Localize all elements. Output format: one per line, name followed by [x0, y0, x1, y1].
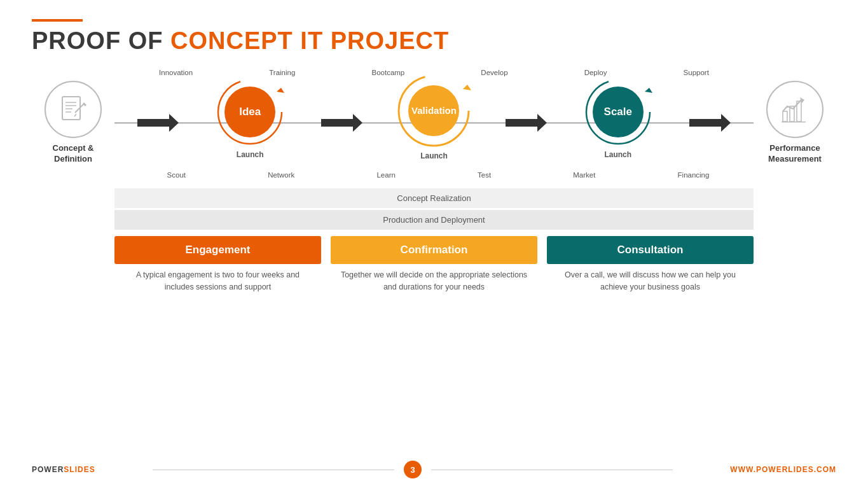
- footer-brand-bold: POWER: [32, 465, 64, 474]
- arrow-3: [506, 114, 547, 132]
- bottom-labels-row: Scout Network Learn Test Market Financin…: [114, 171, 754, 179]
- consultation-body: Over a call, we will discuss how we can …: [547, 269, 754, 294]
- svg-line-7: [74, 114, 76, 116]
- consultation-card: Consultation Over a call, we will discus…: [547, 236, 754, 294]
- page-title: PROOF OF CONCEPT IT PROJECT: [32, 28, 836, 55]
- label-network: Network: [268, 171, 294, 179]
- label-training: Training: [269, 69, 295, 76]
- label-deploy: Deploy: [584, 69, 607, 76]
- top-labels-row: Innovation Training Bootcamp Develop Dep…: [114, 69, 754, 76]
- svg-marker-10: [277, 88, 284, 93]
- svg-point-12: [399, 76, 469, 146]
- confirmation-body: Together we will decide on the appropria…: [331, 269, 537, 294]
- bottom-section: Concept Realization Production and Deplo…: [114, 188, 754, 294]
- svg-marker-14: [506, 114, 547, 132]
- svg-rect-22: [782, 122, 806, 123]
- label-learn: Learn: [376, 171, 395, 179]
- performance-circle: [766, 81, 823, 138]
- concept-circle: [45, 81, 102, 138]
- consultation-header: Consultation: [547, 236, 754, 264]
- confirmation-header: Confirmation: [331, 236, 537, 264]
- label-innovation: Innovation: [159, 69, 193, 76]
- arrow-svg-4: [689, 114, 731, 132]
- footer-website: WWW.POWERLIDES.COM: [730, 465, 836, 474]
- idea-label: Launch: [237, 150, 264, 159]
- engagement-header: Engagement: [114, 236, 321, 264]
- footer-brand-light: SLIDES: [64, 465, 95, 474]
- title-highlight: CONCEPT IT PROJECT: [170, 27, 449, 54]
- idea-stage: Idea Launch: [224, 87, 275, 159]
- svg-point-9: [218, 80, 282, 144]
- realization-bar: Concept Realization: [114, 188, 754, 208]
- svg-marker-17: [689, 114, 731, 132]
- footer: POWERSLIDES 3 WWW.POWERLIDES.COM: [32, 461, 836, 478]
- arrow-svg-2: [321, 114, 362, 132]
- svg-marker-13: [463, 85, 471, 90]
- idea-outer-arc: [216, 78, 284, 146]
- arrow-2: [321, 114, 362, 132]
- title-bar: PROOF OF CONCEPT IT PROJECT: [32, 19, 836, 55]
- footer-line-right: [431, 470, 673, 470]
- confirmation-card: Confirmation Together we will decide on …: [331, 236, 537, 294]
- footer-brand: POWERSLIDES: [32, 465, 95, 474]
- flow-area: Innovation Training Bootcamp Develop Dep…: [114, 61, 754, 185]
- deployment-bar: Production and Deployment: [114, 210, 754, 230]
- label-bootcamp: Bootcamp: [371, 69, 404, 76]
- scale-stage: Scale Launch: [593, 87, 644, 159]
- arrow-1: [137, 114, 179, 132]
- arrow-svg-1: [137, 114, 179, 132]
- svg-point-15: [586, 80, 650, 144]
- label-support: Support: [684, 69, 709, 76]
- label-test: Test: [478, 171, 491, 179]
- label-scout: Scout: [167, 171, 186, 179]
- validation-stage: Validation Launch: [408, 85, 459, 160]
- concept-definition-node: Concept &Definition: [32, 81, 114, 165]
- engagement-body: A typical engagement is two to four week…: [114, 269, 321, 294]
- page: PROOF OF CONCEPT IT PROJECT: [0, 0, 868, 488]
- arrow-svg-3: [506, 114, 547, 132]
- svg-rect-18: [783, 111, 787, 122]
- performance-label: PerformanceMeasurement: [768, 143, 822, 165]
- label-develop: Develop: [481, 69, 507, 76]
- performance-icon: [779, 94, 811, 125]
- concept-label: Concept &Definition: [53, 143, 94, 165]
- validation-outer-arc: [396, 73, 471, 148]
- svg-marker-11: [321, 114, 362, 132]
- performance-node: PerformanceMeasurement: [754, 81, 836, 165]
- nodes-row: Idea Launch: [114, 85, 754, 160]
- label-financing: Financing: [678, 171, 710, 179]
- title-prefix: PROOF OF: [32, 27, 170, 54]
- concept-icon: [57, 94, 89, 125]
- svg-marker-16: [645, 88, 652, 93]
- cards-row: Engagement A typical engagement is two t…: [114, 236, 754, 294]
- arrow-4: [689, 114, 731, 132]
- engagement-card: Engagement A typical engagement is two t…: [114, 236, 321, 294]
- title-accent-line: [32, 19, 83, 22]
- scale-label: Launch: [604, 150, 631, 159]
- validation-label: Launch: [420, 151, 448, 160]
- scale-outer-arc: [584, 78, 652, 146]
- label-market: Market: [573, 171, 595, 179]
- footer-line-left: [153, 470, 394, 470]
- svg-rect-0: [62, 97, 80, 120]
- footer-center: 3: [153, 461, 673, 478]
- svg-marker-8: [137, 114, 179, 132]
- footer-page-number: 3: [404, 461, 422, 478]
